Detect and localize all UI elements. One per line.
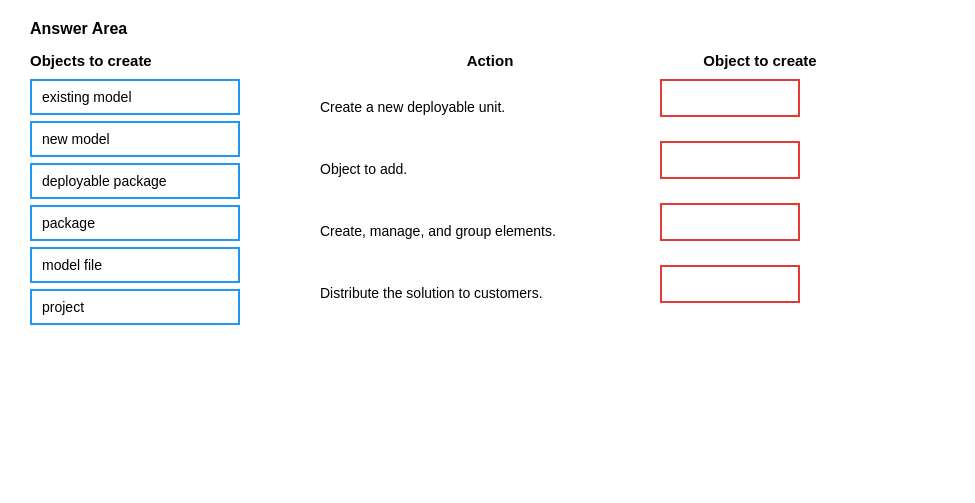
answer-area-title: Answer Area bbox=[30, 20, 945, 38]
action-row: Create, manage, and group elements. bbox=[320, 203, 945, 259]
drop-box[interactable] bbox=[660, 203, 800, 241]
drop-box[interactable] bbox=[660, 79, 800, 117]
list-item[interactable]: new model bbox=[30, 121, 240, 157]
list-item[interactable]: existing model bbox=[30, 79, 240, 115]
action-item: Create, manage, and group elements. bbox=[320, 223, 650, 239]
drop-cell bbox=[650, 141, 810, 197]
list-item[interactable]: deployable package bbox=[30, 163, 240, 199]
objects-column-header: Objects to create bbox=[30, 52, 270, 69]
object-to-create-header: Object to create bbox=[660, 52, 860, 69]
column-headers: Action Object to create bbox=[320, 52, 945, 69]
drop-cell bbox=[650, 203, 810, 259]
action-row: Object to add. bbox=[320, 141, 945, 197]
list-item[interactable]: package bbox=[30, 205, 240, 241]
action-item: Object to add. bbox=[320, 161, 650, 177]
list-item[interactable]: model file bbox=[30, 247, 240, 283]
drop-cell bbox=[650, 79, 810, 135]
action-drop-area: Action Object to create Create a new dep… bbox=[270, 52, 945, 327]
drop-box[interactable] bbox=[660, 141, 800, 179]
action-row: Create a new deployable unit. bbox=[320, 79, 945, 135]
action-item: Create a new deployable unit. bbox=[320, 99, 650, 115]
action-item: Distribute the solution to customers. bbox=[320, 285, 650, 301]
drop-cell bbox=[650, 265, 810, 321]
objects-column: Objects to create existing model new mod… bbox=[30, 52, 270, 331]
action-row: Distribute the solution to customers. bbox=[320, 265, 945, 321]
action-column-header: Action bbox=[320, 52, 660, 69]
drop-box[interactable] bbox=[660, 265, 800, 303]
list-item[interactable]: project bbox=[30, 289, 240, 325]
